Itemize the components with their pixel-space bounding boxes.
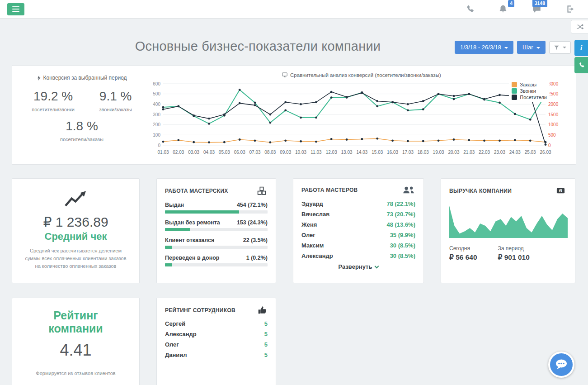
progress-track <box>165 210 268 214</box>
step-button[interactable]: Шаг <box>517 41 546 54</box>
svg-text:10.03: 10.03 <box>295 150 306 155</box>
svg-text:1000: 1000 <box>548 122 559 127</box>
staff-value: 5 <box>264 320 268 327</box>
master-value: 30 (8.5%) <box>390 252 415 259</box>
workshops-list: Выдан 454 (72.1%) Выдан без ремонта 153 … <box>165 202 268 266</box>
legend-item[interactable]: Посетители <box>512 95 547 100</box>
progress-track <box>165 263 268 266</box>
master-name: Эдуард <box>301 200 323 207</box>
monitor-icon <box>282 72 288 78</box>
master-value: 35 (9.9%) <box>390 232 415 238</box>
messages-icon[interactable]: 3148 <box>531 3 543 15</box>
master-row: Вячеслав 73 (20.7%) <box>301 209 415 219</box>
expand-button[interactable]: Развернуть <box>301 263 415 270</box>
masters-card: РАБОТА МАСТЕРОВ Эдуард 78 (22.1%) Вячесл… <box>293 178 424 283</box>
funnel-icon <box>554 44 560 51</box>
workshop-item: Выдан 454 (72.1%) <box>165 202 268 214</box>
staff-value: 5 <box>264 341 268 348</box>
company-rating-title: Рейтинг компании <box>28 309 123 335</box>
page-header: Основные бизнес-показатели компании 1/3/… <box>12 39 576 58</box>
workshop-label: Переведен в донор <box>165 255 219 261</box>
menu-button[interactable] <box>7 3 24 15</box>
revenue-title: ВЫРУЧКА КОМПАНИИ <box>449 188 512 194</box>
chart-legend: Заказы Звонки Посетители <box>509 80 550 102</box>
master-row: Максим 30 (8.5%) <box>301 240 415 251</box>
filter-button[interactable] <box>549 41 571 54</box>
progress-track <box>165 228 268 231</box>
legend-label: Посетители <box>520 95 547 100</box>
users-icon <box>402 185 415 195</box>
progress-fill <box>165 210 239 214</box>
topbar: 4 3148 <box>0 0 588 18</box>
masters-list: Эдуард 78 (22.1%) Вячеслав 73 (20.7%) Же… <box>301 199 415 261</box>
conversions-panel: Конверсия за выбранный период 19.2 % пос… <box>12 65 576 165</box>
svg-text:300: 300 <box>153 112 160 117</box>
legend-swatch <box>512 95 517 100</box>
workshop-label: Выдан без ремонта <box>165 219 220 226</box>
logout-icon[interactable] <box>564 3 576 15</box>
svg-text:600: 600 <box>153 81 160 86</box>
master-row: Эдуард 78 (22.1%) <box>301 199 415 209</box>
master-name: Женя <box>301 221 317 228</box>
master-row: Александр 30 (8.5%) <box>301 251 415 261</box>
svg-text:02.03: 02.03 <box>173 150 184 155</box>
svg-text:09.03: 09.03 <box>280 150 291 155</box>
workshop-item: Клиент отказался 22 (3.5%) <box>165 237 268 249</box>
company-rating-card: Рейтинг компании 4.41 Формируется из отз… <box>12 298 140 385</box>
staff-name: Александр <box>165 331 197 337</box>
master-name: Олег <box>301 232 315 238</box>
conversions-chart-area: Сравнительный анализ конверсий (посетите… <box>148 66 576 164</box>
svg-text:20.03: 20.03 <box>448 150 459 155</box>
phone-icon[interactable] <box>464 3 475 15</box>
staff-name: Сергей <box>165 320 185 327</box>
svg-text:22.03: 22.03 <box>479 150 490 155</box>
svg-text:500: 500 <box>153 91 160 96</box>
average-check-description: Средний чек рассчитывается делением сумм… <box>24 247 128 270</box>
metric-calls-orders: 9.1 % звонки/заказы <box>99 89 132 112</box>
legend-swatch <box>512 82 517 87</box>
chart-title: Сравнительный анализ конверсий (посетите… <box>290 72 441 78</box>
workshop-value: 1 (0.2%) <box>246 255 268 261</box>
legend-label: Заказы <box>520 82 536 87</box>
master-value: 30 (8.5%) <box>390 242 415 249</box>
svg-text:17.03: 17.03 <box>402 150 414 155</box>
workshop-value: 454 (72.1%) <box>237 202 268 208</box>
legend-label: Звонки <box>520 88 536 94</box>
svg-text:14.03: 14.03 <box>356 150 367 155</box>
info-button[interactable]: i <box>574 40 588 56</box>
cards-row-2: ₽ 1 236.89 Средний чек Средний чек рассч… <box>12 178 576 283</box>
svg-text:05.03: 05.03 <box>219 150 230 155</box>
page-title: Основные бизнес-показатели компании <box>12 39 504 54</box>
svg-text:01.03: 01.03 <box>157 150 169 155</box>
workshops-card: РАБОТА МАСТЕРСКИХ Выдан 454 (72.1%) <box>156 178 276 283</box>
chat-fab-button[interactable] <box>548 352 574 378</box>
svg-text:21.03: 21.03 <box>463 150 475 155</box>
legend-item[interactable]: Заказы <box>512 82 547 87</box>
staff-row: Олег 5 <box>165 339 268 350</box>
master-value: 73 (20.7%) <box>386 211 415 218</box>
chevron-down-icon <box>563 47 566 48</box>
revenue-card: ВЫРУЧКА КОМПАНИИ 0 Сегодня ₽ 56 640 За п… <box>441 178 575 283</box>
legend-item[interactable]: Звонки <box>512 88 547 94</box>
date-range-button[interactable]: 1/3/18 - 26/3/18 <box>455 41 513 54</box>
master-name: Вячеслав <box>301 211 329 218</box>
topbar-actions: 4 3148 <box>464 3 576 15</box>
master-value: 48 (13.6%) <box>386 221 415 228</box>
legend-swatch <box>512 88 517 94</box>
staff-name: Даниил <box>165 352 187 358</box>
staff-value: 5 <box>264 331 268 337</box>
shuffle-icon[interactable] <box>571 20 588 33</box>
master-row: Женя 48 (13.6%) <box>301 219 415 230</box>
revenue-period: За период ₽ 901 010 <box>498 245 530 261</box>
svg-text:1500: 1500 <box>548 112 559 117</box>
metric-visitors-calls: 19.2 % посетители/звонки <box>32 89 75 112</box>
callback-button[interactable] <box>574 57 588 73</box>
staff-list: Сергей 5 Александр 5 Олег 5 Даниил <box>165 318 268 360</box>
svg-text:25.03: 25.03 <box>525 150 536 155</box>
svg-text:100: 100 <box>153 133 160 138</box>
conversion-title: Конверсия за выбранный период <box>43 75 127 81</box>
svg-text:03.03: 03.03 <box>188 150 199 155</box>
info-icon: i <box>580 43 583 52</box>
notifications-bell-icon[interactable]: 4 <box>497 3 509 15</box>
workshop-label: Клиент отказался <box>165 237 214 243</box>
